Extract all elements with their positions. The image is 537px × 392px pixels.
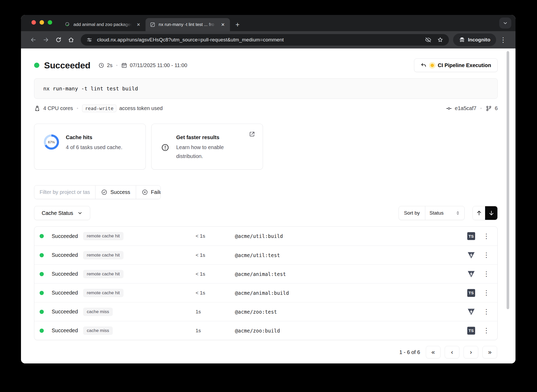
browser-toolbar: cloud.nx.app/runs/agsvEHsQc8?utm_source=… <box>21 31 515 48</box>
access-token-scope: read-write <box>82 105 116 112</box>
environment-row: 4 CPU cores read-write access token used… <box>34 105 498 112</box>
commit-hash[interactable]: e1a5caf7 <box>455 105 476 111</box>
tab-title: add animal and zoo packages <box>73 22 132 27</box>
row-status: Succeeded <box>52 309 83 315</box>
run-header: Succeeded 2s 07/11/2025 11:00 - 11:00 CI… <box>34 58 498 72</box>
filter-success-button[interactable]: Success <box>95 186 136 199</box>
pipeline-button-label: CI Pipeline Execution <box>438 62 491 68</box>
row-status-dot-icon <box>40 291 44 295</box>
row-menu-button[interactable]: ⋮ <box>482 251 491 259</box>
tab-close-icon[interactable]: ✕ <box>219 21 226 28</box>
undo-arrow-icon <box>421 62 427 68</box>
row-duration: < 1s <box>196 271 235 277</box>
branch-run-count[interactable]: 6 <box>495 105 498 111</box>
filter-failures-button[interactable]: Failures <box>136 186 161 199</box>
filter-input[interactable] <box>34 186 95 199</box>
faster-results-card[interactable]: Get faster results Learn how to enable d… <box>151 124 263 170</box>
row-task-name[interactable]: @acme/util:test <box>235 252 461 258</box>
url-text[interactable]: cloud.nx.app/runs/agsvEHsQc8?utm_source=… <box>97 37 421 43</box>
filter-success-label: Success <box>110 189 130 195</box>
table-row[interactable]: Succeeded remote cache hit < 1s @acme/ut… <box>34 246 497 264</box>
typescript-logo-icon: TS <box>467 232 475 240</box>
first-page-button[interactable]: « <box>426 346 441 358</box>
tab-title: nx run-many -t lint test ... fro <box>159 22 216 27</box>
bookmark-star-icon[interactable] <box>436 35 445 44</box>
close-window-button[interactable] <box>31 20 36 25</box>
row-tool: TS <box>461 308 482 315</box>
arrow-down-icon <box>488 210 495 216</box>
nx-cloud-run-page: Succeeded 2s 07/11/2025 11:00 - 11:00 CI… <box>21 48 515 363</box>
zoom-window-button[interactable] <box>48 20 52 25</box>
row-duration: 1s <box>196 328 235 334</box>
browser-window: add animal and zoo packages ✕ nx run-man… <box>21 15 515 363</box>
faster-card-subtitle: Learn how to enable distribution. <box>176 143 239 161</box>
row-menu-button[interactable]: ⋮ <box>482 232 491 240</box>
run-meta: 2s 07/11/2025 11:00 - 11:00 <box>98 62 187 68</box>
git-branch-icon <box>486 105 492 112</box>
tab-search-button[interactable] <box>499 18 511 29</box>
pipeline-execution-button[interactable]: CI Pipeline Execution <box>414 58 498 72</box>
minimize-window-button[interactable] <box>40 20 44 25</box>
pagination: 1 - 6 of 6 « ‹ › » <box>34 346 498 358</box>
row-menu-button[interactable]: ⋮ <box>482 270 491 278</box>
git-commit-icon <box>446 105 452 112</box>
calendar-icon <box>121 62 127 68</box>
cache-status-dropdown[interactable]: Cache Status <box>34 206 90 220</box>
row-menu-button[interactable]: ⋮ <box>482 308 491 316</box>
page-scrollbar[interactable] <box>507 51 509 309</box>
typescript-logo-icon: TS <box>467 327 475 335</box>
row-duration: 1s <box>196 309 235 315</box>
next-page-button[interactable]: › <box>464 346 478 358</box>
cache-status-badge: remote cache hit <box>83 232 123 240</box>
forward-button[interactable] <box>40 34 51 45</box>
previous-page-button[interactable]: ‹ <box>445 346 459 358</box>
cache-status-badge: cache miss <box>83 326 113 335</box>
hide-page-icon[interactable] <box>424 35 433 44</box>
row-task-name[interactable]: @acme/animal:test <box>235 271 461 277</box>
home-button[interactable] <box>66 34 77 45</box>
separator-dot <box>116 65 117 66</box>
sort-ascending-button[interactable] <box>473 206 485 220</box>
row-status-dot-icon <box>40 253 44 257</box>
incognito-badge: Incognito <box>453 34 496 46</box>
clock-icon <box>98 62 104 68</box>
table-row[interactable]: Succeeded remote cache hit < 1s @acme/an… <box>34 283 497 302</box>
cache-percent: 67% <box>48 140 55 144</box>
nx-cloud-favicon-icon <box>150 22 155 28</box>
row-menu-button[interactable]: ⋮ <box>482 326 491 335</box>
cache-hits-card[interactable]: 67% Cache hits 4 of 6 tasks used cache. <box>34 124 146 170</box>
tab-github-pr[interactable]: add animal and zoo packages ✕ <box>60 18 146 31</box>
back-button[interactable] <box>28 34 39 45</box>
external-link-icon[interactable] <box>249 131 255 138</box>
row-task-name[interactable]: @acme/animal:build <box>235 290 461 296</box>
row-menu-button[interactable]: ⋮ <box>482 289 491 297</box>
row-status-dot-icon <box>40 329 44 333</box>
row-task-name[interactable]: @acme/zoo:build <box>235 328 461 334</box>
row-duration: < 1s <box>196 252 235 258</box>
url-bar[interactable]: cloud.nx.app/runs/agsvEHsQc8?utm_source=… <box>81 34 449 46</box>
sort-descending-button[interactable] <box>485 206 497 220</box>
table-row[interactable]: Succeeded remote cache hit < 1s @acme/an… <box>34 264 497 283</box>
table-row[interactable]: Succeeded cache miss 1s @acme/zoo:build … <box>34 321 497 340</box>
tab-nx-run[interactable]: nx run-many -t lint test ... fro ✕ <box>146 18 230 31</box>
table-row[interactable]: Succeeded cache miss 1s @acme/zoo:test T… <box>34 302 497 321</box>
github-check-favicon-icon <box>65 22 70 28</box>
sort-field-value: Status <box>429 210 444 216</box>
new-tab-button[interactable]: + <box>233 20 243 30</box>
row-task-name[interactable]: @acme/util:build <box>235 233 461 239</box>
sort-control: Sort by Status <box>399 206 465 220</box>
incognito-icon <box>459 37 465 43</box>
table-row[interactable]: Succeeded remote cache hit < 1s @acme/ut… <box>34 227 497 246</box>
row-status-dot-icon <box>40 310 44 314</box>
check-circle-icon <box>101 189 108 195</box>
sort-field-select[interactable]: Status <box>425 206 464 220</box>
tab-close-icon[interactable]: ✕ <box>135 21 142 28</box>
row-task-name[interactable]: @acme/zoo:test <box>235 309 461 315</box>
last-page-button[interactable]: » <box>482 346 497 358</box>
site-settings-icon[interactable] <box>85 35 94 44</box>
run-date-range: 07/11/2025 11:00 - 11:00 <box>130 62 187 68</box>
info-icon <box>161 143 169 152</box>
reload-button[interactable] <box>53 34 64 45</box>
browser-menu-icon[interactable]: ⋮ <box>498 34 509 45</box>
task-table: Succeeded remote cache hit < 1s @acme/ut… <box>34 226 498 340</box>
